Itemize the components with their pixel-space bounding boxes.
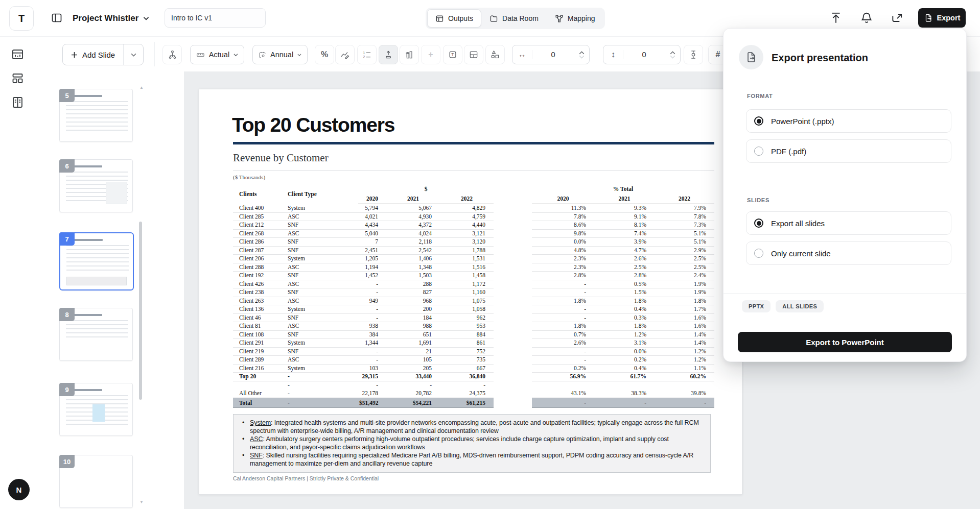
table-cell: 4.8% bbox=[532, 246, 594, 255]
layout-grid-button[interactable] bbox=[464, 45, 483, 64]
chart-edit-button[interactable] bbox=[335, 45, 355, 64]
summary-chip: PPTX bbox=[742, 300, 771, 312]
slide-number-badge: 5 bbox=[59, 89, 75, 102]
shapes-button[interactable] bbox=[485, 45, 505, 64]
export-to-powerpoint-button[interactable]: Export to PowerPoint bbox=[738, 332, 952, 352]
v-spacing-up-down[interactable] bbox=[665, 51, 680, 59]
h-spacing-up-down[interactable] bbox=[574, 51, 589, 59]
slide-number-badge: 7 bbox=[59, 232, 75, 246]
chevron-down-icon bbox=[670, 55, 675, 59]
table-cell: Client 212 bbox=[233, 221, 282, 230]
numbered-list-button[interactable]: 12 bbox=[357, 45, 377, 64]
bar-chart-button[interactable] bbox=[400, 45, 419, 64]
h-spacing-value[interactable]: 0 bbox=[532, 51, 574, 59]
table-cell: 2.5% bbox=[594, 263, 655, 272]
table-cell: 36,840 bbox=[440, 373, 494, 381]
slide-thumbnail-9[interactable]: 9 bbox=[59, 383, 133, 436]
customer-table-body: Client 400System5,7945,0674,82911.3%9.3%… bbox=[233, 204, 714, 408]
year-header: 2020 bbox=[358, 195, 386, 204]
table-cell: 5,040 bbox=[358, 229, 386, 238]
rail-library-button[interactable] bbox=[9, 94, 26, 111]
text-frame-button[interactable]: T bbox=[443, 45, 462, 64]
radio-unselected-icon[interactable] bbox=[754, 249, 763, 258]
radio-selected-icon[interactable] bbox=[754, 116, 763, 126]
option-label: PowerPoint (.pptx) bbox=[771, 117, 834, 126]
spacer-cell bbox=[494, 280, 532, 288]
nav-tab-outputs[interactable]: Outputs bbox=[427, 9, 481, 28]
format-option[interactable]: PDF (.pdf) bbox=[746, 139, 951, 163]
scenario-dropdown[interactable]: Actual bbox=[190, 45, 244, 64]
distribute-button[interactable] bbox=[684, 45, 703, 64]
table-cell: Client 206 bbox=[233, 255, 282, 263]
table-cell: 4,024 bbox=[386, 229, 440, 238]
share-button[interactable] bbox=[890, 11, 904, 26]
v-spacing-value[interactable]: 0 bbox=[623, 51, 665, 59]
slide-canvas-page[interactable]: Top 20 Customers Revenue by Customer ($ … bbox=[199, 89, 742, 495]
scroll-down-icon[interactable]: ▼ bbox=[139, 500, 144, 504]
table-row: Client 206System1,2051,4061,5312.3%2.6%2… bbox=[233, 255, 714, 263]
radio-unselected-icon[interactable] bbox=[754, 147, 763, 156]
table-cell: 38.3% bbox=[594, 389, 655, 398]
panel-divider bbox=[724, 293, 966, 294]
slides-option[interactable]: Only current slide bbox=[746, 241, 951, 265]
document-title-input[interactable] bbox=[165, 8, 266, 28]
scroll-up-icon[interactable]: ▲ bbox=[139, 85, 144, 90]
preview-lines bbox=[66, 245, 129, 273]
sidebar-toggle-button[interactable] bbox=[50, 12, 63, 25]
table-row: Client 426ASC-2881,172-0.5%1.9% bbox=[233, 280, 714, 288]
export-file-icon bbox=[924, 13, 933, 22]
slide-thumbnail-8[interactable]: 8 bbox=[59, 308, 133, 361]
spacer-cell bbox=[494, 330, 532, 339]
chevron-up-icon bbox=[579, 51, 585, 55]
thumbnail-scrollbar[interactable] bbox=[139, 222, 142, 400]
nav-tab-data-room[interactable]: Data Room bbox=[481, 9, 547, 28]
slide-thumbnail-7[interactable]: 7 bbox=[59, 232, 134, 290]
align-top-button[interactable] bbox=[379, 45, 398, 64]
notifications-button[interactable] bbox=[859, 11, 874, 26]
percent-format-button[interactable]: % bbox=[315, 45, 334, 64]
footnote-box: System: Integrated health systems and mu… bbox=[233, 414, 711, 473]
slides-option[interactable]: Export all slides bbox=[746, 211, 951, 235]
upload-button[interactable] bbox=[829, 11, 843, 26]
rail-slides-button[interactable] bbox=[9, 46, 26, 63]
format-option[interactable]: PowerPoint (.pptx) bbox=[746, 109, 951, 133]
table-cell: 2.6% bbox=[532, 339, 594, 348]
user-avatar[interactable]: N bbox=[8, 479, 30, 500]
project-switcher[interactable]: Project Whistler bbox=[73, 11, 149, 26]
table-cell: 2.5% bbox=[655, 263, 714, 272]
export-button[interactable]: Export bbox=[918, 8, 966, 28]
table-cell: 1.8% bbox=[532, 322, 594, 331]
app-logo[interactable]: T bbox=[9, 6, 34, 31]
table-cell: 1,344 bbox=[358, 339, 386, 348]
rail-layouts-button[interactable] bbox=[9, 70, 26, 87]
nav-tab-mapping[interactable]: Mapping bbox=[547, 9, 603, 28]
add-slide-button[interactable]: Add Slide bbox=[63, 44, 123, 65]
summary-chip: ALL SLIDES bbox=[776, 300, 824, 312]
slide-thumbnail-6[interactable]: 6 bbox=[59, 159, 133, 212]
table-cell: 4,021 bbox=[358, 212, 386, 221]
table-cell: 4,930 bbox=[386, 212, 440, 221]
add-slide-dropdown[interactable] bbox=[123, 44, 143, 65]
spacer-cell bbox=[494, 221, 532, 230]
thumbnail-preview bbox=[66, 239, 129, 285]
format-options: PowerPoint (.pptx)PDF (.pdf) bbox=[746, 109, 951, 163]
table-cell: 1.2% bbox=[655, 347, 714, 356]
shapes-icon bbox=[490, 50, 500, 60]
table-cell: 7.8% bbox=[655, 212, 714, 221]
period-dropdown[interactable]: Annual bbox=[252, 45, 308, 64]
table-cell: 7.4% bbox=[594, 229, 655, 238]
nav-tab-label: Mapping bbox=[568, 14, 595, 22]
spacer-cell bbox=[494, 381, 532, 389]
footnote-term: System bbox=[250, 419, 271, 426]
slide-thumbnail-10[interactable]: 10 bbox=[59, 455, 133, 508]
title-rule bbox=[233, 142, 714, 144]
spacer-cell bbox=[494, 229, 532, 238]
svg-text:1: 1 bbox=[363, 51, 365, 55]
dependency-tree-button[interactable] bbox=[162, 45, 182, 64]
table-cell: 968 bbox=[386, 297, 440, 305]
slide-thumbnail-5[interactable]: 5 bbox=[59, 89, 133, 142]
spacer-cell bbox=[494, 305, 532, 314]
table-cell: 9.8% bbox=[532, 229, 594, 238]
table-cell: Client 287 bbox=[233, 246, 282, 255]
radio-selected-icon[interactable] bbox=[754, 219, 763, 228]
